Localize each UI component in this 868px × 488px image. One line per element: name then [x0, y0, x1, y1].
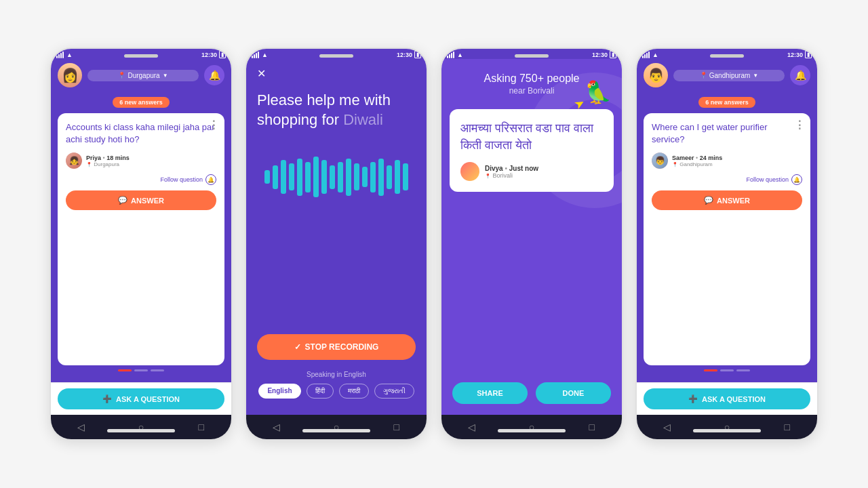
- home-button-3[interactable]: ○: [521, 420, 542, 434]
- close-button[interactable]: ✕: [257, 67, 416, 80]
- asking-bottom: SHARE DONE: [441, 377, 622, 415]
- screen-purple-4: 6 new answers ⋮ Where can I get water pu…: [637, 92, 817, 382]
- asking-screen: 🦜 ➤ Asking 750+ people near Borivali आमच…: [441, 59, 622, 415]
- asker-details-4: Sameer • 24 mins 📍 Gandhipuram: [672, 155, 722, 167]
- wave-bar: [354, 163, 359, 190]
- home-button-1[interactable]: ○: [131, 420, 151, 434]
- user-avatar-4: 👨: [644, 63, 668, 87]
- lang-marathi[interactable]: मराठी: [339, 384, 369, 399]
- ask-question-button-1[interactable]: ➕ ASK A QUESTION: [58, 388, 224, 409]
- app-header-4: 👨 📍 Gandhipuram ▼ 🔔: [637, 59, 817, 92]
- app-header-1: 👩 📍 Durgapura ▼ 🔔: [51, 59, 231, 92]
- answer-icon-4: 💬: [704, 196, 713, 205]
- nav-bar-4: ◁ ○ □: [637, 415, 817, 439]
- wave-bar: [395, 160, 400, 194]
- asker-info-1: 👧 Priya • 18 mins 📍 Durgapura: [66, 152, 216, 169]
- phones-container: ▲ 12:30 ▮ 👩 📍 Durgapura ▼ 🔔 6 new answer…: [36, 34, 832, 454]
- back-button-2[interactable]: ◁: [266, 420, 286, 434]
- battery-icon-1: ▮: [219, 51, 226, 58]
- wave-bar: [330, 165, 335, 189]
- wave-bar: [370, 162, 376, 192]
- language-pills: English हिंदी मराठी ગુજરાતી: [257, 384, 416, 407]
- recents-button-1[interactable]: □: [191, 420, 212, 434]
- divya-name: Divya • Just now: [485, 165, 538, 172]
- wifi-icon-3: ▲: [457, 52, 463, 58]
- back-button-4[interactable]: ◁: [656, 420, 677, 434]
- wave-bar: [387, 165, 392, 189]
- wave-bar: [281, 160, 286, 194]
- status-time-3: 12:30: [592, 52, 608, 58]
- home-button-4[interactable]: ○: [717, 420, 737, 434]
- recents-button-2[interactable]: □: [387, 420, 407, 434]
- lang-english[interactable]: English: [258, 384, 300, 399]
- dot-4b: [736, 369, 750, 371]
- status-time-1: 12:30: [201, 52, 217, 58]
- signal-icon-4: [642, 52, 650, 58]
- follow-question-4[interactable]: Follow question 🔔: [652, 174, 802, 185]
- battery-icon-3: ▮: [610, 51, 616, 58]
- wave-bar: [264, 170, 270, 184]
- follow-bell-icon-4: 🔔: [791, 174, 802, 185]
- dot-active-1: [118, 369, 132, 371]
- phone-1: ▲ 12:30 ▮ 👩 📍 Durgapura ▼ 🔔 6 new answer…: [50, 47, 233, 441]
- follow-question-1[interactable]: Follow question 🔔: [66, 174, 216, 185]
- asker-location-4: 📍 Gandhipuram: [672, 161, 722, 167]
- answer-button-4[interactable]: 💬 ANSWER: [652, 190, 802, 210]
- nav-bar-3: ◁ ○ □: [441, 415, 622, 439]
- home-button-2[interactable]: ○: [326, 420, 347, 434]
- dot-active-4: [704, 369, 717, 371]
- more-dots-4[interactable]: ⋮: [794, 119, 805, 131]
- question-card-1: ⋮ Accounts ki class kaha milegi jaha par…: [58, 113, 224, 365]
- phone-3: ▲ 12:30 ▮ 🦜 ➤ Asking 750+ people near Bo…: [440, 47, 623, 441]
- lang-gujarati[interactable]: ગુજરાતી: [374, 384, 414, 399]
- wave-bar: [403, 163, 408, 190]
- wave-bar: [321, 160, 327, 194]
- wave-bar: [338, 162, 343, 192]
- wave-bar: [289, 163, 294, 190]
- waveform: [257, 157, 416, 197]
- signal-icon-3: [447, 52, 454, 58]
- dot-1: [134, 369, 148, 371]
- wave-bar: [378, 159, 384, 196]
- pin-icon-4: 📍: [700, 72, 707, 79]
- bell-button-4[interactable]: 🔔: [790, 65, 810, 85]
- share-button[interactable]: SHARE: [452, 382, 528, 404]
- nav-bar-2: ◁ ○ □: [246, 415, 427, 439]
- location-pill-1[interactable]: 📍 Durgapura ▼: [87, 70, 199, 81]
- dot-2: [151, 369, 164, 371]
- status-bar-1: ▲ 12:30 ▮: [51, 49, 231, 59]
- asker-avatar-1: 👧: [66, 152, 82, 169]
- signal-icon-1: [56, 52, 64, 58]
- back-button-1[interactable]: ◁: [71, 420, 91, 434]
- status-time-4: 12:30: [787, 52, 803, 58]
- lang-hindi[interactable]: हिंदी: [307, 384, 334, 399]
- wave-bar: [305, 162, 311, 192]
- more-dots-1[interactable]: ⋮: [208, 119, 219, 131]
- status-bar-4: ▲ 12:30 ▮: [637, 49, 817, 59]
- user-avatar-1: 👩: [58, 63, 82, 87]
- battery-icon-4: ▮: [805, 51, 812, 58]
- asker-name-1: Priya • 18 mins: [86, 155, 130, 161]
- location-pill-4[interactable]: 📍 Gandhipuram ▼: [673, 70, 785, 81]
- ask-question-button-4[interactable]: ➕ ASK A QUESTION: [644, 388, 810, 409]
- dot-4a: [720, 369, 734, 371]
- bell-button-1[interactable]: 🔔: [204, 65, 224, 85]
- recents-button-3[interactable]: □: [582, 420, 602, 434]
- done-button[interactable]: DONE: [536, 382, 611, 404]
- wifi-icon-2: ▲: [262, 52, 268, 58]
- asker-name-4: Sameer • 24 mins: [672, 155, 722, 161]
- wave-bar: [297, 159, 302, 196]
- screen-purple-1: 6 new answers ⋮ Accounts ki class kaha m…: [51, 92, 231, 382]
- back-button-3[interactable]: ◁: [461, 420, 481, 434]
- follow-bell-icon-1: 🔔: [205, 174, 216, 185]
- wave-bar: [313, 157, 319, 197]
- voice-screen: ✕ Please help me with shopping for Diwal…: [246, 59, 427, 415]
- answer-button-1[interactable]: 💬 ANSWER: [66, 190, 216, 210]
- asker-location-1: 📍 Durgapura: [86, 161, 130, 167]
- recents-button-4[interactable]: □: [777, 420, 797, 434]
- dropdown-arrow-4: ▼: [753, 73, 758, 79]
- divya-details: Divya • Just now 📍 Borivali: [485, 165, 538, 179]
- phone-4: ▲ 12:30 ▮ 👨 📍 Gandhipuram ▼ 🔔 6 new answ…: [635, 47, 818, 441]
- stop-recording-button[interactable]: ✓ STOP RECORDING: [257, 334, 416, 360]
- nav-bar-1: ◁ ○ □: [51, 415, 231, 439]
